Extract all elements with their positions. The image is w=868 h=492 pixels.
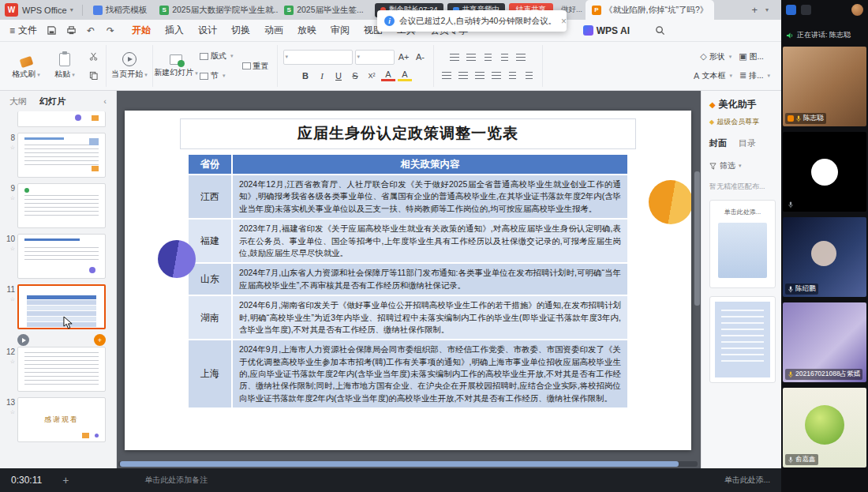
layout-button[interactable]: 版式 [197, 49, 236, 64]
user-avatar[interactable] [851, 4, 863, 16]
current-slide[interactable]: 应届生身份认定政策调整一览表 省份 相关政策内容 江西 2024年12月,江西省… [125, 111, 691, 450]
speaking-indicator: 正在讲话: 陈志聪 [781, 19, 868, 47]
decrease-indent-icon [485, 54, 492, 61]
notes-placeholder[interactable]: 单击此处添加备注 [144, 475, 208, 486]
chat-icon[interactable] [801, 5, 811, 15]
font-family-select[interactable] [283, 50, 353, 65]
picture-button[interactable]: ▣图... [736, 49, 766, 64]
vertical-scrollbar-thumb[interactable] [694, 171, 700, 306]
participant-video[interactable] [783, 132, 866, 212]
search-button[interactable] [653, 24, 666, 37]
copy-button[interactable] [86, 69, 100, 83]
line-spacing-button[interactable] [514, 50, 528, 64]
new-slide-button[interactable]: 新建幻灯片 [159, 46, 193, 87]
file-menu-label: 文件 [18, 24, 37, 37]
layout-suggestion-card[interactable]: 单击此处添... [709, 200, 776, 288]
tab-design[interactable]: 设计 [191, 20, 224, 41]
save-button[interactable] [45, 24, 58, 37]
tab-review[interactable]: 审阅 [324, 20, 357, 41]
tab-animation[interactable]: 动画 [257, 20, 290, 41]
new-tab-button[interactable]: + [751, 4, 758, 16]
play-from-current-button[interactable]: 当页开始 [112, 46, 147, 87]
align-center-button[interactable] [456, 68, 470, 82]
slide-thumbnail-partial[interactable] [2, 111, 116, 127]
section-button[interactable]: 节 [197, 69, 236, 84]
bullet-list-button[interactable] [447, 50, 462, 64]
slide-thumbnail-12[interactable]: 12 [2, 347, 116, 392]
wps-ai-button[interactable]: WPS AI [583, 25, 630, 36]
shapes-button[interactable]: ◇形状 [698, 49, 734, 64]
justify-button[interactable] [489, 68, 503, 82]
tab-outline[interactable]: 大纲 [9, 96, 27, 107]
undo-button[interactable]: ↶ [84, 24, 97, 37]
paste-button[interactable]: 粘贴 [47, 46, 82, 87]
tab-slideshow[interactable]: 放映 [290, 20, 324, 41]
participant-video[interactable]: 俞嘉鑫 [783, 388, 866, 468]
numbered-list-button[interactable] [464, 50, 478, 64]
tab-insert[interactable]: 插入 [158, 20, 191, 41]
layout-grid-icon[interactable] [786, 5, 796, 15]
font-color-button[interactable]: A [381, 69, 395, 81]
policy-table[interactable]: 省份 相关政策内容 江西 2024年12月,江西省教育厅、人社厅联合印发《关于做… [189, 155, 627, 407]
italic-button[interactable]: I [315, 69, 329, 83]
numbered-list-icon [466, 54, 476, 61]
underline-button[interactable]: U [331, 69, 346, 83]
slide-thumbnail-10[interactable]: 10 [2, 234, 116, 279]
columns-button[interactable] [506, 68, 520, 82]
superscript-button[interactable]: X² [365, 69, 379, 83]
app-menu[interactable]: WPS Office [22, 6, 67, 15]
slide-thumbnail-9[interactable]: 9 [2, 183, 116, 228]
align-left-button[interactable] [440, 68, 454, 82]
align-right-button[interactable] [473, 68, 487, 82]
tab-cover[interactable]: 封面 [709, 137, 727, 149]
play-slide-button[interactable] [17, 334, 29, 346]
slide-thumbnail-11-selected[interactable]: 11 [2, 284, 116, 329]
text-direction-button[interactable] [522, 68, 537, 82]
format-painter-button[interactable]: 格式刷 [9, 46, 43, 87]
decrease-indent-button[interactable] [481, 50, 495, 64]
slide-title-placeholder[interactable]: 应届生身份认定政策调整一览表 [180, 118, 636, 149]
strikethrough-button[interactable]: S [348, 69, 362, 83]
tab-home[interactable]: 开始 [125, 20, 158, 41]
tab-list-caret-icon[interactable]: ▾ [765, 6, 769, 13]
print-button[interactable] [65, 24, 77, 37]
font-size-select[interactable] [355, 50, 395, 65]
tab-active-presentation[interactable]: P 《就业陷阱,你掉“坑”了吗?》 [586, 0, 714, 20]
close-icon[interactable]: × [561, 16, 567, 27]
arrange-button[interactable]: ≣排... [737, 68, 773, 83]
participant-video[interactable]: 202167021088占紫嫣 [783, 302, 866, 382]
tab-template-store[interactable]: 找稻壳模板 [87, 0, 154, 20]
tab-document-2[interactable]: S 2025届毕业生签... [278, 0, 370, 20]
reset-button[interactable]: 重置 [240, 58, 271, 73]
add-slide-button[interactable]: + [94, 334, 106, 346]
tab-toc[interactable]: 目录 [739, 137, 756, 149]
tab-transition[interactable]: 切换 [224, 20, 257, 41]
slide-thumbnail-8[interactable]: 8 [2, 133, 116, 178]
redo-button[interactable]: ↷ [104, 24, 117, 37]
bold-button[interactable]: B [298, 69, 312, 83]
decrease-font-button[interactable]: A- [413, 50, 428, 64]
increase-font-button[interactable]: A+ [397, 50, 411, 64]
vertical-scrollbar[interactable] [694, 100, 700, 440]
participant-video[interactable]: 陈绍鹏 [783, 217, 866, 297]
layout-suggestion-card[interactable] [709, 296, 776, 383]
bullet-list-icon [450, 54, 459, 61]
file-menu[interactable]: ≡ 文件 [0, 24, 45, 37]
highlight-button[interactable]: A [398, 69, 412, 81]
participant-video[interactable]: 陈志聪 [783, 47, 866, 126]
tab-document-1[interactable]: S 2025届大数据学院毕业生就... [153, 0, 278, 20]
slide-thumbnail-13[interactable]: 13 感谢观看 [2, 397, 116, 442]
editing-canvas[interactable]: 应届生身份认定政策调整一览表 省份 相关政策内容 江西 2024年12月,江西省… [117, 91, 701, 468]
increase-indent-button[interactable] [497, 50, 511, 64]
app-menu-caret-icon[interactable]: ▾ [70, 6, 73, 13]
timer-add-button[interactable]: + [62, 474, 69, 486]
horizontal-scrollbar-thumb[interactable] [120, 461, 679, 467]
filter-button[interactable]: 筛选 ▾ [709, 160, 781, 171]
tab-slides[interactable]: 幻灯片 [39, 96, 65, 107]
cut-button[interactable] [86, 50, 100, 64]
collapse-panel-icon[interactable]: ‹ [103, 96, 107, 106]
textbox-button[interactable]: A文本框 [691, 68, 735, 83]
beautify-title-text: 美化助手 [719, 98, 757, 111]
horizontal-scrollbar[interactable] [118, 461, 698, 467]
vip-badge[interactable]: ◆ 超级会员尊享 [709, 117, 781, 127]
